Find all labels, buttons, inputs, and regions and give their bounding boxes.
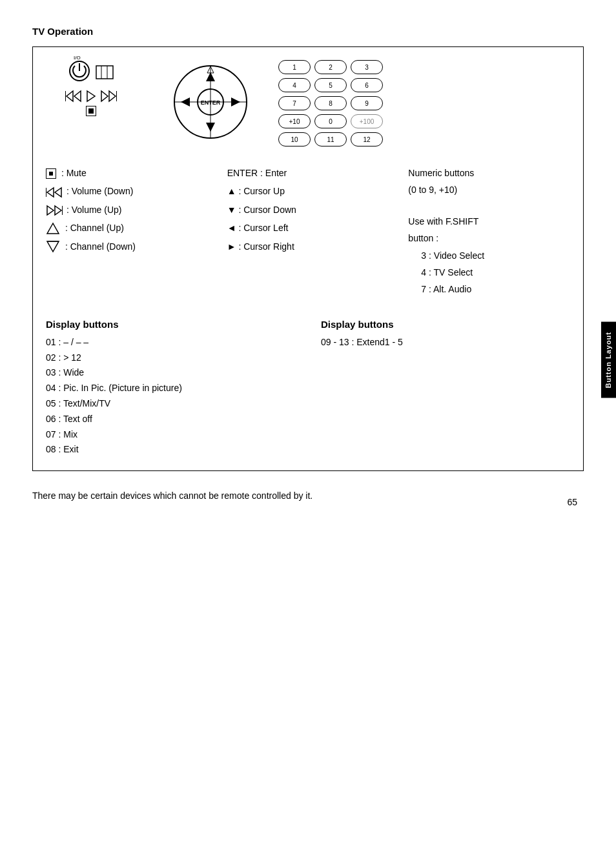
num-btn-5[interactable]: 5 [314,78,347,92]
transport-icons: I/O [65,60,117,116]
numeric-grid: 1 2 3 4 5 6 7 8 9 +10 0 +100 10 [278,60,407,146]
svg-marker-8 [87,91,95,101]
display-list-left: 01 : – / – – 02 : > 12 03 : Wide 04 : Pi… [46,335,295,458]
descriptions-section: : Mute : Volume (Down) [46,166,570,299]
skip-back-icon [65,90,82,103]
display-item-04: 04 : Pic. In Pic. (Picture in picture) [46,381,295,396]
desc-enter: ENTER : Enter [227,166,389,180]
svg-marker-29 [47,241,59,252]
page-number: 65 [567,497,577,507]
desc-col-1: : Mute : Volume (Down) [46,166,208,299]
transport-row2 [65,90,117,103]
svg-marker-16 [206,72,215,81]
svg-marker-17 [206,123,215,132]
numeric-column: 1 2 3 4 5 6 7 8 9 +10 0 +100 10 [278,60,407,146]
num-btn-plus100[interactable]: +100 [351,114,383,128]
display-item-06: 06 : Text off [46,412,295,427]
footer-note: There may be certain devices which canno… [32,490,584,501]
desc-fshift-title: Use with F.SHIFT [408,214,570,228]
num-btn-9[interactable]: 9 [351,96,383,110]
svg-marker-9 [101,91,108,101]
desc-col-3: Numeric buttons (0 to 9, +10) Use with F… [408,166,570,299]
dpad-column: ENTER [156,60,259,134]
display-item-09-13: 09 - 13 : Extend1 - 5 [321,335,570,350]
svg-marker-26 [55,206,61,215]
desc-vol-down: : Volume (Down) [46,184,208,198]
vol-down-icon [46,187,63,198]
ch-down-icon [46,240,60,254]
svg-marker-25 [47,206,54,215]
desc-fshift-4: 4 : TV Select [408,265,570,279]
svg-rect-2 [96,66,113,79]
num-btn-7[interactable]: 7 [278,96,311,110]
display-col-left: Display buttons 01 : – / – – 02 : > 12 0… [46,319,295,458]
desc-col-2: ENTER : Enter ▲ : Cursor Up ▼ : Cursor D… [227,166,389,299]
svg-marker-23 [55,188,61,197]
num-btn-6[interactable]: 6 [351,78,383,92]
num-btn-11[interactable]: 11 [314,132,347,146]
dpad-svg: ENTER [172,63,249,141]
num-btn-4[interactable]: 4 [278,78,311,92]
display-item-08: 08 : Exit [46,442,295,458]
desc-mute: : Mute [46,166,208,180]
svg-marker-22 [47,188,54,197]
display-item-02: 02 : > 12 [46,350,295,366]
num-btn-10[interactable]: 10 [278,132,311,146]
num-btn-0[interactable]: 0 [314,114,347,128]
main-content-box: I/O [32,46,584,471]
page-title: TV Operation [32,26,584,37]
power-label: I/O [74,55,81,61]
desc-fshift-btn: button : [408,231,570,245]
play-icon [86,90,96,103]
num-btn-plus10[interactable]: +10 [278,114,311,128]
svg-marker-28 [47,223,59,234]
desc-cursor-down: ▼ : Cursor Down [227,203,389,217]
desc-ch-down: : Channel (Down) [46,239,208,254]
display-col-right: Display buttons 09 - 13 : Extend1 - 5 [321,319,570,458]
svg-marker-5 [67,91,73,101]
vol-up-icon [46,205,63,216]
display-list-right: 09 - 13 : Extend1 - 5 [321,335,570,350]
top-section: I/O [46,60,570,146]
display-item-05: 05 : Text/Mix/TV [46,396,295,412]
num-btn-12[interactable]: 12 [351,132,383,146]
skip-forward-icon [100,90,117,103]
transport-controls: I/O [46,60,136,116]
display-item-03: 03 : Wide [46,365,295,381]
side-tab: Button Layout [601,322,616,398]
desc-cursor-up: ▲ : Cursor Up [227,184,389,198]
display-section: Display buttons 01 : – / – – 02 : > 12 0… [46,312,570,458]
channel-display-icon [96,65,114,79]
svg-marker-18 [181,97,190,106]
stop-icon [86,106,96,116]
display-title-right: Display buttons [321,319,570,330]
num-btn-8[interactable]: 8 [314,96,347,110]
display-item-01: 01 : – / – – [46,335,295,350]
num-btn-3[interactable]: 3 [351,60,383,74]
dpad: ENTER [172,63,243,134]
display-title-left: Display buttons [46,319,295,330]
num-btn-1[interactable]: 1 [278,60,311,74]
display-item-07: 07 : Mix [46,427,295,443]
svg-marker-19 [231,97,240,106]
ch-up-icon [46,222,60,235]
transport-row1: I/O [68,60,114,84]
desc-numeric-range: (0 to 9, +10) [408,183,570,197]
svg-marker-10 [109,91,116,101]
svg-marker-6 [74,91,81,101]
desc-cursor-right: ► : Cursor Right [227,239,389,254]
desc-fshift-3: 3 : Video Select [408,248,570,263]
desc-vol-up: : Volume (Up) [46,203,208,217]
transport-row3 [86,106,96,116]
svg-text:ENTER: ENTER [201,99,221,106]
desc-ch-up: : Channel (Up) [46,221,208,235]
desc-cursor-left: ◄ : Cursor Left [227,221,389,235]
desc-fshift-7: 7 : Alt. Audio [408,282,570,296]
num-btn-2[interactable]: 2 [314,60,347,74]
power-icon [68,60,90,82]
desc-numeric-title: Numeric buttons [408,166,570,180]
